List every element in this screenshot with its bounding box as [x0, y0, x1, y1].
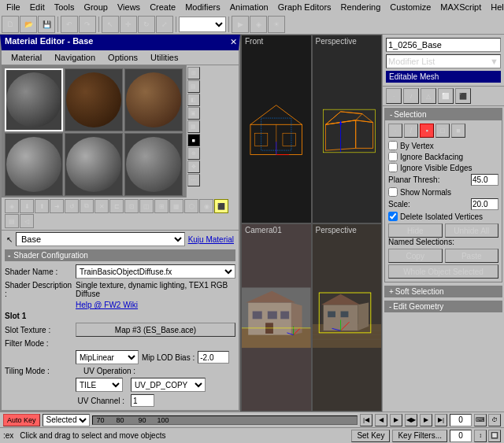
sel-edge-icon[interactable]: /	[404, 124, 418, 138]
editable-mesh-item[interactable]: Editable Mesh	[386, 71, 501, 83]
viewport-perspective-bottom[interactable]: Perspective	[312, 223, 383, 412]
unhide-all-btn[interactable]: Unhide All	[445, 223, 499, 238]
object-name-field[interactable]	[386, 38, 501, 52]
mat-tool-map[interactable]: ▤	[5, 214, 19, 228]
rp-icon-face[interactable]: △	[421, 88, 436, 104]
side-icon-bg[interactable]: ■	[187, 134, 200, 146]
mat-sphere-2[interactable]	[65, 68, 123, 131]
mat-sphere-1[interactable]	[5, 68, 63, 131]
delete-isolated-checkbox[interactable]	[388, 212, 398, 221]
mat-tool-copy[interactable]: ⧉	[80, 199, 94, 213]
menu-views[interactable]: Views	[113, 2, 145, 13]
set-key-btn[interactable]: Set Key	[351, 430, 390, 442]
prev-frame-btn[interactable]: ◀	[375, 414, 387, 426]
mat-menu-navigation[interactable]: Navigation	[48, 52, 102, 63]
mat-tool-select[interactable]: ◉	[199, 199, 213, 213]
mat-tool-options[interactable]: ◁	[20, 214, 34, 228]
mat-tool-delete[interactable]: ✕	[94, 199, 109, 213]
soft-selection-header[interactable]: + Soft Selection	[384, 286, 502, 297]
next-frame-btn[interactable]: ▶	[420, 414, 432, 426]
timeline-track[interactable]: 70 80 90 100	[92, 415, 358, 425]
select-btn[interactable]: ↖	[102, 16, 119, 33]
ignore-visible-checkbox[interactable]	[388, 163, 398, 172]
menu-help[interactable]: Help	[486, 2, 504, 13]
mat-tool-3d[interactable]: ▦	[169, 199, 183, 213]
frame-number-input[interactable]	[450, 414, 472, 426]
rp-icon-edge[interactable]: /	[403, 88, 419, 104]
sel-poly-icon[interactable]: □	[435, 124, 450, 138]
play-start-btn[interactable]: |◀	[360, 414, 372, 426]
undo-btn[interactable]: ↶	[61, 16, 78, 33]
mat-sphere-4[interactable]	[5, 133, 63, 196]
kuju-material-link[interactable]: Kuju Material	[188, 235, 234, 244]
menu-animation[interactable]: Animation	[225, 2, 273, 13]
copy-named-btn[interactable]: Copy	[388, 249, 443, 263]
frame-input-bottom[interactable]	[450, 430, 472, 442]
menu-file[interactable]: File	[2, 2, 25, 13]
mat-tool-put[interactable]: ⬆	[35, 199, 49, 213]
scale-input[interactable]	[471, 198, 498, 210]
mat-menu-options[interactable]: Options	[102, 52, 144, 63]
rp-icon-vertex[interactable]: ·	[386, 88, 402, 104]
side-icon-9[interactable]: ⋯	[187, 174, 200, 186]
mat-editor-close-btn[interactable]: ✕	[230, 37, 237, 47]
material-btn[interactable]: ◈	[250, 16, 267, 33]
scale-btn[interactable]: ⤢	[156, 16, 173, 33]
mat-tool-link[interactable]: ⊏	[109, 199, 124, 213]
mip-lod-input[interactable]	[198, 351, 229, 364]
menu-group[interactable]: Group	[79, 2, 113, 13]
viewport-front[interactable]: Front	[241, 35, 312, 223]
menu-customize[interactable]: Customize	[385, 2, 435, 13]
shader-help-link[interactable]: Help @ FW2 Wiki	[76, 301, 138, 309]
menu-graph-editors[interactable]: Graph Editors	[273, 2, 336, 13]
mat-menu-utilities[interactable]: Utilities	[144, 52, 184, 63]
autokey-btn[interactable]: Auto Key	[3, 414, 40, 426]
modifier-dropdown-arrow[interactable]: ▼	[490, 57, 498, 66]
menu-create[interactable]: Create	[145, 2, 180, 13]
mat-tool-bglive[interactable]: ⊞	[154, 199, 169, 213]
mat-sphere-5[interactable]	[65, 133, 123, 196]
move-btn[interactable]: ✛	[120, 16, 137, 33]
menu-maxscript[interactable]: MAXScript	[435, 2, 486, 13]
by-vertex-checkbox[interactable]	[388, 141, 398, 150]
rotate-btn[interactable]: ↻	[138, 16, 155, 33]
light-btn[interactable]: ☀	[268, 16, 285, 33]
uv-channel-input[interactable]	[131, 394, 154, 407]
menu-tools[interactable]: Tools	[50, 2, 80, 13]
filter-mode-dropdown[interactable]: MipLinear	[76, 350, 139, 364]
whole-object-btn[interactable]: Whole Object Selected	[388, 264, 498, 279]
section-collapse-btn[interactable]: -	[8, 251, 10, 260]
snap-btn[interactable]: 🔲	[488, 430, 501, 442]
play-end-btn[interactable]: ▶|	[435, 414, 447, 426]
new-scene-btn[interactable]: 🗋	[2, 16, 19, 33]
ignore-backfacing-checkbox[interactable]	[388, 152, 398, 161]
side-icon-1[interactable]: ⊞	[187, 67, 200, 79]
hide-btn[interactable]: Hide	[388, 223, 443, 238]
edit-geometry-header[interactable]: - Edit Geometry	[384, 301, 502, 312]
viewport-camera[interactable]: Camera01	[241, 223, 312, 412]
side-icon-3[interactable]: ◧	[187, 94, 200, 106]
side-icon-4[interactable]: ▣	[187, 107, 200, 120]
mat-tool-show[interactable]: ⊡	[124, 199, 139, 213]
mat-sphere-3[interactable]	[124, 68, 183, 131]
uv-op-dropdown[interactable]: UV_DP_COPY	[131, 378, 206, 392]
mat-tool-new[interactable]: ◈	[5, 199, 19, 213]
coord-btn[interactable]: ↕	[474, 430, 487, 442]
side-icon-7[interactable]: ⊕	[187, 147, 200, 160]
redo-btn[interactable]: ↷	[79, 16, 96, 33]
shader-name-dropdown[interactable]: TrainBasicObjectDiffuse.fx	[76, 264, 235, 279]
mat-menu-material[interactable]: Material	[5, 52, 48, 63]
play-btn[interactable]: ▶	[390, 414, 402, 426]
tiling-mode-dropdown[interactable]: TILE	[76, 378, 123, 392]
side-icon-2[interactable]: ▤	[187, 80, 200, 93]
mat-tool-get[interactable]: ⬇	[20, 199, 34, 213]
play-back-btn[interactable]: ◀▶	[405, 414, 417, 426]
mat-sphere-6[interactable]	[124, 133, 183, 196]
keys-btn[interactable]: ⌨	[474, 414, 487, 426]
save-btn[interactable]: 💾	[38, 16, 55, 33]
planar-thresh-input[interactable]	[471, 174, 498, 186]
selected-dropdown[interactable]: Selected	[43, 414, 90, 426]
menu-modifiers[interactable]: Modifiers	[180, 2, 225, 13]
sel-face-icon[interactable]: ▪	[420, 124, 434, 138]
mat-tool-active[interactable]: ⬛	[214, 199, 228, 213]
